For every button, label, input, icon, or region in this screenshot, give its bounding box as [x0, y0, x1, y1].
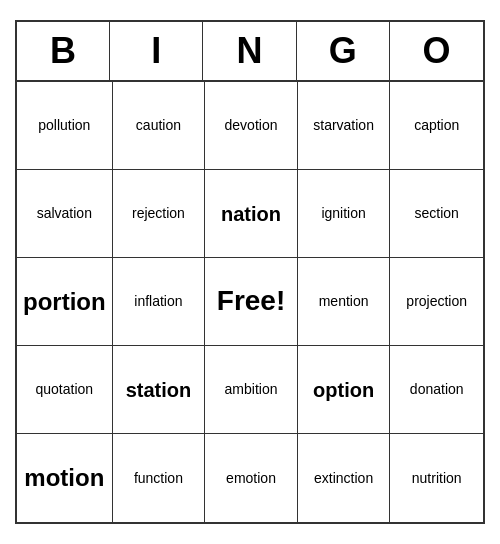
cell-text-22: emotion: [226, 469, 276, 487]
bingo-cell-12: Free!: [205, 258, 298, 346]
bingo-cell-9: section: [390, 170, 483, 258]
bingo-cell-3: starvation: [298, 82, 391, 170]
bingo-cell-8: ignition: [298, 170, 391, 258]
header-letter-G: G: [297, 22, 390, 80]
cell-text-13: mention: [319, 292, 369, 310]
bingo-cell-5: salvation: [17, 170, 113, 258]
cell-text-23: extinction: [314, 469, 373, 487]
bingo-cell-17: ambition: [205, 346, 298, 434]
cell-text-17: ambition: [225, 380, 278, 398]
cell-text-5: salvation: [37, 204, 92, 222]
header-letter-O: O: [390, 22, 483, 80]
bingo-cell-4: caption: [390, 82, 483, 170]
cell-text-2: devotion: [225, 116, 278, 134]
bingo-cell-7: nation: [205, 170, 298, 258]
bingo-cell-15: quotation: [17, 346, 113, 434]
cell-text-21: function: [134, 469, 183, 487]
bingo-cell-1: caution: [113, 82, 206, 170]
cell-text-16: station: [126, 377, 192, 403]
cell-text-11: inflation: [134, 292, 182, 310]
header-letter-B: B: [17, 22, 110, 80]
bingo-cell-24: nutrition: [390, 434, 483, 522]
bingo-cell-10: portion: [17, 258, 113, 346]
bingo-cell-11: inflation: [113, 258, 206, 346]
cell-text-3: starvation: [313, 116, 374, 134]
bingo-cell-14: projection: [390, 258, 483, 346]
header-letter-I: I: [110, 22, 203, 80]
bingo-cell-21: function: [113, 434, 206, 522]
cell-text-4: caption: [414, 116, 459, 134]
cell-text-24: nutrition: [412, 469, 462, 487]
cell-text-18: option: [313, 377, 374, 403]
cell-text-8: ignition: [321, 204, 365, 222]
cell-text-19: donation: [410, 380, 464, 398]
bingo-cell-20: motion: [17, 434, 113, 522]
cell-text-7: nation: [221, 201, 281, 227]
bingo-cell-23: extinction: [298, 434, 391, 522]
bingo-header: BINGO: [17, 22, 483, 82]
bingo-card: BINGO pollutioncautiondevotionstarvation…: [15, 20, 485, 524]
cell-text-12: Free!: [217, 283, 285, 319]
bingo-cell-22: emotion: [205, 434, 298, 522]
cell-text-9: section: [415, 204, 459, 222]
cell-text-6: rejection: [132, 204, 185, 222]
cell-text-14: projection: [406, 292, 467, 310]
bingo-cell-19: donation: [390, 346, 483, 434]
cell-text-0: pollution: [38, 116, 90, 134]
bingo-cell-13: mention: [298, 258, 391, 346]
cell-text-15: quotation: [36, 380, 94, 398]
bingo-cell-6: rejection: [113, 170, 206, 258]
cell-text-1: caution: [136, 116, 181, 134]
bingo-cell-18: option: [298, 346, 391, 434]
cell-text-20: motion: [24, 462, 104, 493]
bingo-grid: pollutioncautiondevotionstarvationcaptio…: [17, 82, 483, 522]
bingo-cell-2: devotion: [205, 82, 298, 170]
header-letter-N: N: [203, 22, 296, 80]
cell-text-10: portion: [23, 286, 106, 317]
bingo-cell-16: station: [113, 346, 206, 434]
bingo-cell-0: pollution: [17, 82, 113, 170]
